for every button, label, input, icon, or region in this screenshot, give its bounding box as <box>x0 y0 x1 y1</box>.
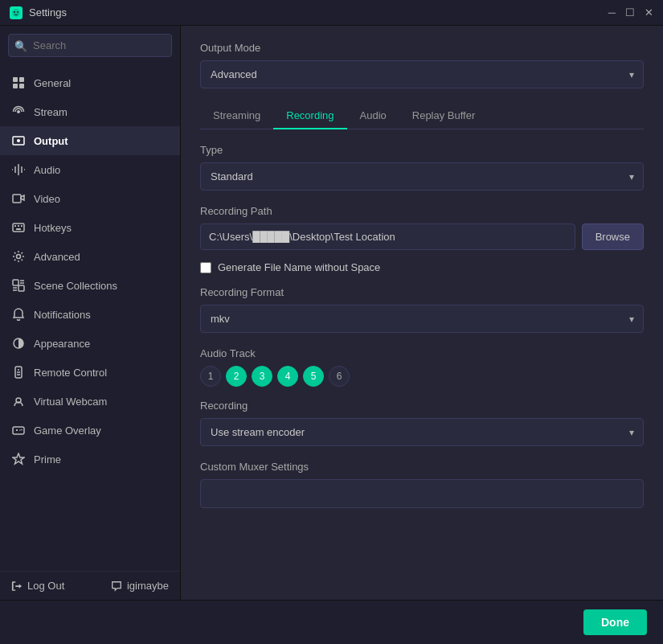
audio-track-2[interactable]: 2 <box>226 366 247 387</box>
sidebar-item-game-overlay[interactable]: Game Overlay <box>0 416 180 445</box>
browse-button[interactable]: Browse <box>582 224 644 250</box>
svg-point-2 <box>17 11 18 13</box>
prime-icon <box>11 452 26 466</box>
tab-streaming[interactable]: Streaming <box>200 103 273 129</box>
audio-track-3[interactable]: 3 <box>252 366 272 387</box>
svg-rect-14 <box>16 228 21 230</box>
tab-recording[interactable]: Recording <box>273 103 346 129</box>
recording-path-input[interactable] <box>200 224 575 250</box>
sidebar-label-stream: Stream <box>34 106 68 118</box>
search-input[interactable] <box>8 34 172 57</box>
content-area: Output Mode Simple Advanced ▾ Streaming … <box>181 26 663 600</box>
sidebar-label-scene-collections: Scene Collections <box>34 280 117 292</box>
app-icon <box>10 6 23 19</box>
svg-rect-28 <box>13 427 24 434</box>
generate-filename-checkbox[interactable] <box>200 262 211 273</box>
recording-encoder-label: Recording <box>200 400 644 412</box>
generate-filename-label[interactable]: Generate File Name without Space <box>218 261 380 273</box>
sidebar-label-general: General <box>34 77 71 89</box>
svg-rect-9 <box>13 195 21 203</box>
hotkeys-icon <box>11 220 26 235</box>
search-icon: 🔍 <box>14 39 27 51</box>
audio-track-5[interactable]: 5 <box>303 366 324 387</box>
minimize-button[interactable]: ─ <box>608 7 616 18</box>
maximize-button[interactable]: ☐ <box>625 7 635 18</box>
svg-rect-11 <box>14 225 16 227</box>
audio-track-row: 1 2 3 4 5 6 <box>200 366 644 387</box>
sidebar-item-appearance[interactable]: Appearance <box>0 329 180 358</box>
sidebar-label-output: Output <box>34 135 68 147</box>
recording-format-label: Recording Format <box>200 286 644 298</box>
svg-rect-10 <box>13 224 24 232</box>
bottom-bar: Done <box>0 600 663 644</box>
custom-muxer-input[interactable] <box>200 479 644 508</box>
virtual-webcam-icon <box>11 394 26 408</box>
remote-control-icon <box>11 365 26 379</box>
generate-filename-row: Generate File Name without Space <box>200 261 644 273</box>
audio-track-1[interactable]: 1 <box>200 366 221 387</box>
sidebar-item-advanced[interactable]: Advanced <box>0 242 180 271</box>
recording-format-select[interactable]: mkv mp4 mov flv ts m3u8 <box>200 305 644 333</box>
svg-rect-13 <box>21 225 23 227</box>
logout-button[interactable]: Log Out <box>11 580 64 592</box>
logout-icon <box>11 580 23 592</box>
sidebar-item-stream[interactable]: Stream <box>0 97 180 126</box>
sidebar-label-audio: Audio <box>34 164 60 176</box>
sidebar-item-prime[interactable]: Prime <box>0 445 180 474</box>
svg-rect-6 <box>19 84 24 88</box>
svg-rect-12 <box>18 225 19 227</box>
type-select[interactable]: Standard Custom Output (FFmpeg) <box>200 162 644 191</box>
stream-icon <box>11 105 26 119</box>
recording-format-select-wrap: mkv mp4 mov flv ts m3u8 ▾ <box>200 305 644 333</box>
svg-point-15 <box>17 255 21 259</box>
titlebar: Settings ─ ☐ ✕ <box>0 0 663 26</box>
audio-track-6[interactable]: 6 <box>329 366 350 387</box>
done-button[interactable]: Done <box>583 609 647 635</box>
game-overlay-icon <box>11 423 26 437</box>
notifications-icon <box>11 307 26 322</box>
audio-track-label: Audio Track <box>200 347 644 359</box>
titlebar-left: Settings <box>10 6 67 19</box>
sidebar-item-output[interactable]: Output <box>0 126 180 155</box>
audio-icon <box>11 162 26 177</box>
svg-point-8 <box>17 139 20 142</box>
sidebar-label-remote-control: Remote Control <box>34 367 107 379</box>
sidebar-item-remote-control[interactable]: Remote Control <box>0 358 180 387</box>
chat-icon <box>111 580 122 592</box>
username-label: igimaybe <box>127 580 169 592</box>
sidebar-label-video: Video <box>34 193 60 205</box>
sidebar-label-appearance: Appearance <box>34 338 90 350</box>
recording-path-row: Browse <box>200 224 644 250</box>
sidebar-item-video[interactable]: Video <box>0 184 180 213</box>
close-button[interactable]: ✕ <box>645 7 653 18</box>
sidebar-item-audio[interactable]: Audio <box>0 155 180 184</box>
svg-rect-3 <box>13 77 18 82</box>
svg-point-32 <box>21 429 23 431</box>
tab-replay-buffer[interactable]: Replay Buffer <box>399 103 489 129</box>
output-mode-select[interactable]: Simple Advanced <box>200 60 644 88</box>
sidebar-item-general[interactable]: General <box>0 68 180 97</box>
sidebar-label-game-overlay: Game Overlay <box>34 425 101 437</box>
audio-track-4[interactable]: 4 <box>277 366 298 387</box>
type-label: Type <box>200 144 644 156</box>
main-layout: 🔍 General Stream Output <box>0 26 663 600</box>
sidebar-item-virtual-webcam[interactable]: Virtual Webcam <box>0 387 180 416</box>
sidebar-item-scene-collections[interactable]: Scene Collections <box>0 271 180 300</box>
sidebar-item-hotkeys[interactable]: Hotkeys <box>0 213 180 242</box>
sidebar-footer: Log Out igimaybe <box>0 571 180 600</box>
svg-rect-5 <box>13 84 18 88</box>
sidebar-item-notifications[interactable]: Notifications <box>0 300 180 329</box>
recording-encoder-select-wrap: Use stream encoder x264 NVENC H.264 AMD … <box>200 418 644 446</box>
svg-point-31 <box>19 429 21 431</box>
scene-collections-icon <box>11 278 26 293</box>
tab-audio[interactable]: Audio <box>347 103 399 129</box>
svg-rect-16 <box>13 280 18 285</box>
sidebar: 🔍 General Stream Output <box>0 26 181 600</box>
recording-encoder-select[interactable]: Use stream encoder x264 NVENC H.264 AMD … <box>200 418 644 446</box>
recording-path-label: Recording Path <box>200 205 644 217</box>
window-title: Settings <box>29 6 67 18</box>
svg-point-24 <box>18 369 19 371</box>
svg-rect-17 <box>18 285 24 291</box>
type-select-wrap: Standard Custom Output (FFmpeg) ▾ <box>200 162 644 191</box>
nav-list: General Stream Output Audio <box>0 65 180 571</box>
